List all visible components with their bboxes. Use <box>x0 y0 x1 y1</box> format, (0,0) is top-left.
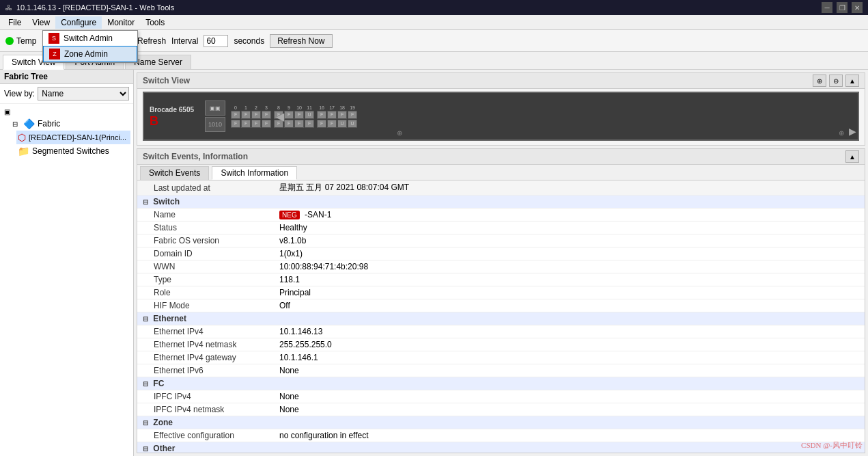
fabric-label: Fabric <box>38 119 60 129</box>
port-2b[interactable]: F <box>251 120 261 128</box>
ipfc-ipv4-mask-key: IPFC IPv4 netmask <box>137 403 274 416</box>
menu-configure[interactable]: Configure <box>55 16 102 29</box>
right-panel: Switch View ⊕ ⊖ ▲ Brocade 6505 B <box>134 70 868 456</box>
status-value: Healthy <box>274 222 865 234</box>
switch-view-zoom-in[interactable]: ⊕ <box>813 75 826 87</box>
zone-admin-item[interactable]: Z Zone Admin <box>43 46 137 62</box>
collapse-fc-icon[interactable]: ⊟ <box>143 380 148 388</box>
close-button[interactable]: ✕ <box>852 2 863 13</box>
domain-id-value: 1(0x1) <box>274 247 865 260</box>
menu-tools[interactable]: Tools <box>140 16 170 29</box>
collapse-zone-icon[interactable]: ⊟ <box>143 419 148 427</box>
section-other-label: ⊟ Other <box>137 442 865 453</box>
pn1: 1 <box>241 105 251 110</box>
eth-ipv4-key: Ethernet IPv4 <box>137 325 274 338</box>
port-group-1: 0 1 2 3 F F F F <box>231 105 271 128</box>
menu-monitor[interactable]: Monitor <box>102 16 140 29</box>
events-collapse-btn[interactable]: ▲ <box>845 150 859 163</box>
type-value: 118.1 <box>274 273 865 286</box>
field-name: Name NEG -SAN-1 <box>137 209 865 222</box>
field-ipfc-ipv4: IPFC IPv4 None <box>137 390 865 403</box>
pn9: 9 <box>284 105 294 110</box>
restore-button[interactable]: ❐ <box>837 2 848 13</box>
tab-switch-events[interactable]: Switch Events <box>140 166 209 180</box>
nav-arrow-left[interactable]: ◀ <box>276 110 284 123</box>
collapse-ethernet-icon[interactable]: ⊟ <box>143 315 148 323</box>
nav-circle-right[interactable]: ⊕ <box>839 129 844 137</box>
menu-view[interactable]: View <box>27 16 55 29</box>
temp-status: Temp <box>5 36 36 46</box>
port-17[interactable]: F <box>327 111 337 119</box>
switch-view-collapse[interactable]: ▲ <box>845 75 859 87</box>
expand-icon[interactable]: ▣ <box>4 108 12 116</box>
ipfc-ipv4-mask-value: None <box>274 403 865 416</box>
collapse-other-icon[interactable]: ⊟ <box>143 445 148 453</box>
field-status: Status Healthy <box>137 222 865 234</box>
view-by-select[interactable]: Name Domain <box>38 87 129 100</box>
port-18[interactable]: F <box>337 111 347 119</box>
window-title: 10.1.146.13 - [REDACTED]-SAN-1 - Web Too… <box>16 3 174 12</box>
switch-left-section: Brocade 6505 B <box>150 106 194 127</box>
port-1b[interactable]: F <box>241 120 251 128</box>
port-0b[interactable]: F <box>231 120 240 128</box>
sfp-module-1: ▣▣ <box>205 100 225 116</box>
effective-config-value: no configuration in effect <box>274 429 865 442</box>
port-0[interactable]: F <box>231 111 240 119</box>
tree-area: ▣ ⊟ 🔷 Fabric ⬡ [REDACTED]-SAN-1(Princi..… <box>0 104 133 456</box>
section-fc-header: ⊟ FC <box>137 377 865 390</box>
port-23[interactable]: U <box>348 120 357 128</box>
section-fc-label: ⊟ FC <box>137 377 865 390</box>
nav-circle-left[interactable]: ⊕ <box>397 129 402 137</box>
switch-admin-item[interactable]: S Switch Admin <box>43 31 137 46</box>
port-1[interactable]: F <box>241 111 251 119</box>
port-3[interactable]: F <box>262 111 271 119</box>
sfp-icon-1: ▣▣ <box>210 105 221 111</box>
port-9[interactable]: F <box>284 111 294 119</box>
port-16[interactable]: F <box>317 111 326 119</box>
brocade-logo: B <box>150 115 194 127</box>
port-20[interactable]: F <box>317 120 326 128</box>
field-type: Type 118.1 <box>137 273 865 286</box>
section-controls: ⊕ ⊖ ▲ <box>813 75 859 87</box>
port-2[interactable]: F <box>251 111 261 119</box>
switch-module-area: ▣▣ 1010 <box>205 100 225 132</box>
tree-item-switch[interactable]: ⬡ [REDACTED]-SAN-1(Princi... <box>16 131 130 144</box>
switch-view-header: Switch View ⊕ ⊖ ▲ <box>137 73 865 89</box>
fabric-expand-icon[interactable]: ⊟ <box>12 120 20 128</box>
port-13[interactable]: F <box>284 120 294 128</box>
tree-item-fabric[interactable]: ⊟ 🔷 Fabric <box>3 117 130 131</box>
role-value: Principal <box>274 286 865 299</box>
minimize-button[interactable]: ─ <box>822 2 832 13</box>
port-11[interactable]: U <box>305 111 314 119</box>
tree-item-segmented[interactable]: 📁 Segmented Switches <box>16 144 130 158</box>
zone-admin-label: Zone Admin <box>64 49 108 59</box>
tab-switch-information[interactable]: Switch Information <box>212 166 297 180</box>
port-21[interactable]: F <box>327 120 337 128</box>
port-3b[interactable]: F <box>262 120 271 128</box>
port-15[interactable]: F <box>305 120 314 128</box>
section-switch-label: ⊟ Switch <box>137 196 865 209</box>
left-panel: Fabric Tree View by: Name Domain ▣ ⊟ 🔷 F… <box>0 70 134 456</box>
port-19[interactable]: F <box>348 111 357 119</box>
eth-ipv4-gw-key: Ethernet IPv4 gateway <box>137 351 274 364</box>
sfp-module-2: 1010 <box>205 117 225 132</box>
info-table-container[interactable]: Last updated at 星期五 五月 07 2021 08:07:04 … <box>137 180 865 453</box>
port-10[interactable]: F <box>294 111 304 119</box>
type-key: Type <box>137 273 274 286</box>
port-14[interactable]: F <box>294 120 304 128</box>
interval-input[interactable]: 60 <box>204 35 228 47</box>
switch-model-label: Brocade 6505 <box>150 106 194 113</box>
pn18: 18 <box>337 105 347 110</box>
collapse-switch-icon[interactable]: ⊟ <box>143 198 148 206</box>
ipfc-ipv4-value: None <box>274 390 865 403</box>
switch-admin-label: Switch Admin <box>64 33 113 43</box>
eth-ipv4-gw-value: 10.1.146.1 <box>274 351 865 364</box>
field-domain-id: Domain ID 1(0x1) <box>137 247 865 260</box>
fabric-icon: 🔷 <box>23 118 35 129</box>
nav-arrow-right[interactable]: ▶ <box>849 126 856 137</box>
port-22[interactable]: U <box>337 120 347 128</box>
refresh-now-button[interactable]: Refresh Now <box>270 34 332 48</box>
menu-file[interactable]: File <box>3 16 27 29</box>
switch-view-zoom-out[interactable]: ⊖ <box>829 75 843 87</box>
pn19: 19 <box>348 105 357 110</box>
